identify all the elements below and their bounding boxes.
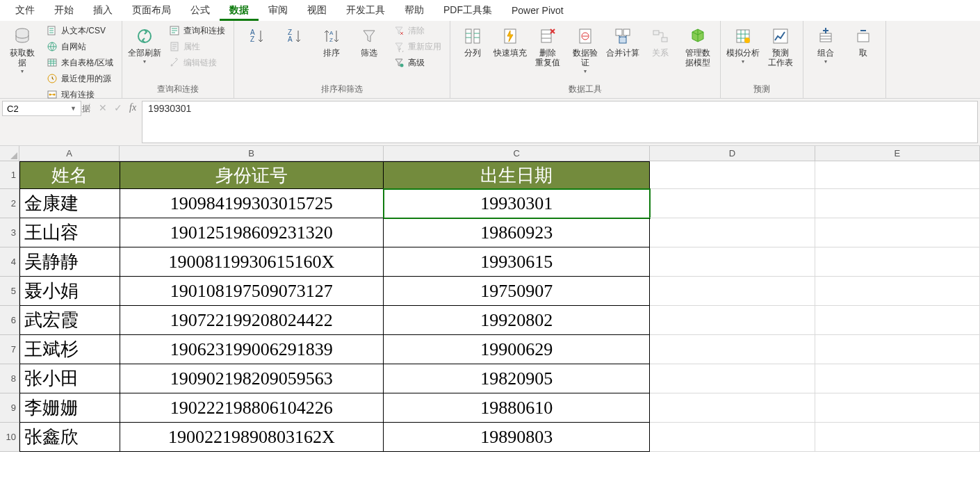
tab-视图[interactable]: 视图: [297, 1, 336, 21]
cell-B7[interactable]: 190623199006291839: [120, 335, 384, 364]
ribbon-btn-sortaz[interactable]: AZ: [240, 24, 273, 49]
row-header-4[interactable]: 4: [0, 247, 19, 277]
cell-C5[interactable]: 19750907: [384, 277, 650, 306]
cell-A7[interactable]: 王斌杉: [19, 335, 120, 364]
cell-E2[interactable]: [815, 189, 980, 218]
tab-审阅[interactable]: 审阅: [259, 1, 297, 21]
tab-PDF工具集[interactable]: PDF工具集: [434, 1, 502, 21]
ribbon-btn-qc[interactable]: 查询和连接: [165, 24, 228, 38]
cell-B2[interactable]: 190984199303015725: [120, 189, 384, 218]
cell-D6[interactable]: [650, 306, 815, 335]
cell-B5[interactable]: 190108197509073127: [120, 277, 384, 306]
column-header-B[interactable]: B: [120, 146, 384, 161]
cell-A9[interactable]: 李姗姗: [19, 393, 120, 423]
cell-C9[interactable]: 19880610: [384, 393, 650, 423]
column-header-D[interactable]: D: [650, 146, 815, 161]
enter-icon[interactable]: ✓: [114, 102, 122, 113]
tab-插入[interactable]: 插入: [83, 1, 122, 21]
cell-D4[interactable]: [650, 247, 815, 277]
ribbon-btn-group[interactable]: 组合▾: [809, 24, 842, 65]
cell-C2[interactable]: 19930301: [384, 189, 650, 218]
ribbon-btn-recent[interactable]: 最近使用的源: [43, 72, 116, 86]
cancel-icon[interactable]: ✕: [99, 102, 107, 113]
cell-A2[interactable]: 金康建: [19, 189, 120, 218]
column-header-A[interactable]: A: [19, 146, 120, 161]
cell-A5[interactable]: 聂小娟: [19, 277, 120, 306]
cell-B8[interactable]: 190902198209059563: [120, 364, 384, 393]
cell-B1[interactable]: 身份证号: [120, 161, 384, 189]
cell-E4[interactable]: [815, 247, 980, 277]
row-header-3[interactable]: 3: [0, 218, 19, 247]
ribbon-btn-refresh[interactable]: 全部刷新▾: [128, 24, 161, 65]
fx-icon[interactable]: fx: [129, 102, 136, 113]
formula-input[interactable]: 19930301: [142, 101, 978, 143]
cell-D3[interactable]: [650, 218, 815, 247]
tab-开发工具[interactable]: 开发工具: [336, 1, 395, 21]
cell-B6[interactable]: 190722199208024422: [120, 306, 384, 335]
cell-C8[interactable]: 19820905: [384, 364, 650, 393]
column-header-C[interactable]: C: [384, 146, 650, 161]
cell-C10[interactable]: 19890803: [384, 423, 650, 452]
row-header-9[interactable]: 9: [0, 393, 19, 423]
tab-公式[interactable]: 公式: [181, 1, 220, 21]
row-header-2[interactable]: 2: [0, 189, 19, 218]
cell-B9[interactable]: 190222198806104226: [120, 393, 384, 423]
cell-D1[interactable]: [650, 161, 815, 189]
cell-A6[interactable]: 武宏霞: [19, 306, 120, 335]
cell-D5[interactable]: [650, 277, 815, 306]
ribbon-btn-forecast[interactable]: 预测 工作表: [764, 24, 797, 68]
cell-A8[interactable]: 张小田: [19, 364, 120, 393]
ribbon-btn-sort[interactable]: AZ排序: [315, 24, 348, 58]
row-header-1[interactable]: 1: [0, 161, 19, 189]
cell-B3[interactable]: 190125198609231320: [120, 218, 384, 247]
cell-C7[interactable]: 19900629: [384, 335, 650, 364]
ribbon-btn-dedup[interactable]: 删除 重复值: [531, 24, 564, 68]
cell-B10[interactable]: 19002219890803162X: [120, 423, 384, 452]
cell-B4[interactable]: 19008119930615160X: [120, 247, 384, 277]
select-all-corner[interactable]: [0, 146, 19, 161]
cell-E1[interactable]: [815, 161, 980, 189]
cell-E6[interactable]: [815, 306, 980, 335]
row-header-8[interactable]: 8: [0, 364, 19, 393]
name-box[interactable]: C2 ▼: [2, 101, 81, 116]
ribbon-btn-consol[interactable]: 合并计算: [606, 24, 639, 58]
ribbon-btn-filter[interactable]: 筛选: [352, 24, 386, 58]
ribbon-btn-table[interactable]: 来自表格/区域: [43, 56, 116, 70]
tab-数据[interactable]: 数据: [220, 1, 259, 21]
cell-D2[interactable]: [650, 189, 815, 218]
cell-E10[interactable]: [815, 423, 980, 452]
tab-页面布局[interactable]: 页面布局: [122, 1, 181, 21]
cell-C1[interactable]: 出生日期: [384, 161, 650, 189]
cell-D9[interactable]: [650, 393, 815, 423]
ribbon-btn-flash[interactable]: 快速填充: [493, 24, 527, 58]
cell-A1[interactable]: 姓名: [19, 161, 120, 189]
cell-A10[interactable]: 张鑫欣: [19, 423, 120, 452]
ribbon-btn-advanced[interactable]: 高级: [390, 56, 444, 70]
ribbon-btn-sortza[interactable]: ZA: [277, 24, 311, 49]
row-header-10[interactable]: 10: [0, 423, 19, 452]
tab-帮助[interactable]: 帮助: [395, 1, 434, 21]
row-header-6[interactable]: 6: [0, 306, 19, 335]
ribbon-btn-db[interactable]: 获取数 据▾: [6, 24, 39, 74]
cell-D7[interactable]: [650, 335, 815, 364]
tab-开始[interactable]: 开始: [44, 1, 83, 21]
row-header-5[interactable]: 5: [0, 277, 19, 306]
name-box-dropdown-icon[interactable]: ▼: [70, 105, 76, 112]
ribbon-btn-split[interactable]: 分列: [456, 24, 489, 58]
ribbon-btn-valid[interactable]: 数据验 证▾: [569, 24, 602, 74]
cell-D10[interactable]: [650, 423, 815, 452]
cell-E9[interactable]: [815, 393, 980, 423]
cell-C6[interactable]: 19920802: [384, 306, 650, 335]
cell-C3[interactable]: 19860923: [384, 218, 650, 247]
cell-E8[interactable]: [815, 364, 980, 393]
tab-Power Pivot[interactable]: Power Pivot: [502, 1, 573, 20]
ribbon-btn-model[interactable]: 管理数 据模型: [681, 24, 714, 68]
cell-D8[interactable]: [650, 364, 815, 393]
column-header-E[interactable]: E: [815, 146, 980, 161]
cell-E3[interactable]: [815, 218, 980, 247]
ribbon-btn-ungroup[interactable]: 取: [847, 24, 880, 58]
cell-E7[interactable]: [815, 335, 980, 364]
tab-文件[interactable]: 文件: [6, 1, 44, 21]
cell-A4[interactable]: 吴静静: [19, 247, 120, 277]
cell-A3[interactable]: 王山容: [19, 218, 120, 247]
